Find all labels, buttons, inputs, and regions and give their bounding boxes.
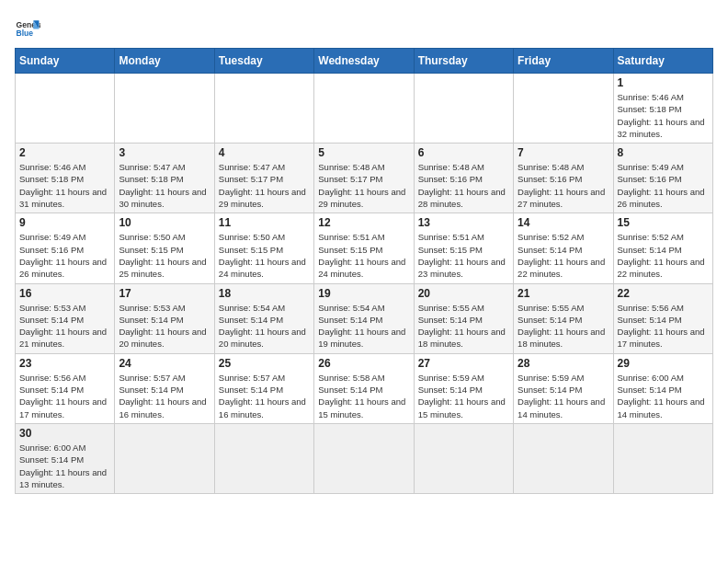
day-info: Sunrise: 5:53 AM Sunset: 5:14 PM Dayligh…: [19, 302, 110, 350]
svg-text:Blue: Blue: [17, 29, 34, 38]
day-info: Sunrise: 5:48 AM Sunset: 5:17 PM Dayligh…: [318, 161, 409, 210]
day-number: 17: [119, 287, 210, 300]
day-number: 21: [518, 287, 609, 300]
day-number: 8: [618, 146, 709, 159]
calendar-cell: 10Sunrise: 5:50 AM Sunset: 5:15 PM Dayli…: [115, 213, 214, 283]
calendar-cell: 7Sunrise: 5:48 AM Sunset: 5:16 PM Daylig…: [514, 144, 613, 213]
day-info: Sunrise: 5:55 AM Sunset: 5:14 PM Dayligh…: [518, 302, 609, 350]
day-info: Sunrise: 5:51 AM Sunset: 5:15 PM Dayligh…: [318, 231, 409, 280]
day-number: 18: [219, 287, 310, 300]
calendar-cell: 23Sunrise: 5:56 AM Sunset: 5:14 PM Dayli…: [16, 353, 115, 423]
day-info: Sunrise: 5:54 AM Sunset: 5:14 PM Dayligh…: [318, 302, 409, 350]
weekday-header-monday: Monday: [115, 49, 214, 74]
calendar-cell: 2Sunrise: 5:46 AM Sunset: 5:18 PM Daylig…: [16, 144, 115, 213]
day-number: 5: [318, 146, 409, 159]
day-number: 12: [318, 216, 409, 229]
calendar-cell: [214, 74, 313, 144]
calendar-cell: 15Sunrise: 5:52 AM Sunset: 5:14 PM Dayli…: [613, 213, 712, 283]
calendar-week-5: 30Sunrise: 6:00 AM Sunset: 5:14 PM Dayli…: [16, 423, 713, 493]
calendar-cell: [115, 423, 214, 493]
page-header: General Blue: [15, 15, 713, 40]
calendar-cell: 26Sunrise: 5:58 AM Sunset: 5:14 PM Dayli…: [314, 353, 414, 423]
calendar-cell: [214, 423, 313, 493]
day-info: Sunrise: 5:47 AM Sunset: 5:17 PM Dayligh…: [219, 161, 310, 210]
day-number: 24: [119, 357, 210, 370]
calendar-cell: [16, 74, 115, 144]
day-info: Sunrise: 5:50 AM Sunset: 5:15 PM Dayligh…: [119, 231, 210, 280]
calendar-cell: 17Sunrise: 5:53 AM Sunset: 5:14 PM Dayli…: [115, 283, 214, 353]
day-info: Sunrise: 5:48 AM Sunset: 5:16 PM Dayligh…: [418, 161, 509, 210]
calendar-cell: [414, 423, 513, 493]
calendar-cell: 11Sunrise: 5:50 AM Sunset: 5:15 PM Dayli…: [214, 213, 313, 283]
day-info: Sunrise: 5:49 AM Sunset: 5:16 PM Dayligh…: [618, 161, 709, 210]
day-number: 27: [418, 357, 509, 370]
day-number: 19: [318, 287, 409, 300]
calendar-cell: 19Sunrise: 5:54 AM Sunset: 5:14 PM Dayli…: [314, 283, 414, 353]
calendar-cell: 21Sunrise: 5:55 AM Sunset: 5:14 PM Dayli…: [514, 283, 613, 353]
day-info: Sunrise: 5:58 AM Sunset: 5:14 PM Dayligh…: [318, 372, 409, 420]
calendar-cell: 3Sunrise: 5:47 AM Sunset: 5:18 PM Daylig…: [115, 144, 214, 213]
day-info: Sunrise: 5:59 AM Sunset: 5:14 PM Dayligh…: [418, 372, 509, 420]
calendar-cell: 6Sunrise: 5:48 AM Sunset: 5:16 PM Daylig…: [414, 144, 513, 213]
day-info: Sunrise: 5:46 AM Sunset: 5:18 PM Dayligh…: [19, 161, 110, 210]
calendar-cell: [514, 423, 613, 493]
weekday-header-wednesday: Wednesday: [314, 49, 414, 74]
day-number: 20: [418, 287, 509, 300]
calendar-week-3: 16Sunrise: 5:53 AM Sunset: 5:14 PM Dayli…: [16, 283, 713, 353]
day-info: Sunrise: 5:48 AM Sunset: 5:16 PM Dayligh…: [518, 161, 609, 210]
calendar-cell: 14Sunrise: 5:52 AM Sunset: 5:14 PM Dayli…: [514, 213, 613, 283]
day-info: Sunrise: 6:00 AM Sunset: 5:14 PM Dayligh…: [618, 372, 709, 420]
day-info: Sunrise: 5:53 AM Sunset: 5:14 PM Dayligh…: [119, 302, 210, 350]
calendar-cell: 20Sunrise: 5:55 AM Sunset: 5:14 PM Dayli…: [414, 283, 513, 353]
calendar-cell: 28Sunrise: 5:59 AM Sunset: 5:14 PM Dayli…: [514, 353, 613, 423]
calendar-cell: [613, 423, 712, 493]
day-info: Sunrise: 5:59 AM Sunset: 5:14 PM Dayligh…: [518, 372, 609, 420]
calendar-header-row: SundayMondayTuesdayWednesdayThursdayFrid…: [16, 49, 713, 74]
day-number: 11: [219, 216, 310, 229]
calendar-cell: 9Sunrise: 5:49 AM Sunset: 5:16 PM Daylig…: [16, 213, 115, 283]
day-number: 9: [19, 216, 110, 229]
day-info: Sunrise: 5:56 AM Sunset: 5:14 PM Dayligh…: [618, 302, 709, 350]
calendar-week-0: 1Sunrise: 5:46 AM Sunset: 5:18 PM Daylig…: [16, 74, 713, 144]
day-number: 1: [618, 76, 709, 89]
day-info: Sunrise: 5:47 AM Sunset: 5:18 PM Dayligh…: [119, 161, 210, 210]
calendar-cell: 8Sunrise: 5:49 AM Sunset: 5:16 PM Daylig…: [613, 144, 712, 213]
day-number: 30: [19, 427, 110, 440]
logo-icon: General Blue: [15, 15, 40, 40]
day-number: 22: [618, 287, 709, 300]
calendar-table: SundayMondayTuesdayWednesdayThursdayFrid…: [15, 48, 713, 494]
calendar-cell: [414, 74, 513, 144]
day-info: Sunrise: 5:46 AM Sunset: 5:18 PM Dayligh…: [618, 91, 709, 140]
day-number: 6: [418, 146, 509, 159]
day-info: Sunrise: 5:55 AM Sunset: 5:14 PM Dayligh…: [418, 302, 509, 350]
day-number: 15: [618, 216, 709, 229]
calendar-cell: [314, 74, 414, 144]
day-info: Sunrise: 5:57 AM Sunset: 5:14 PM Dayligh…: [219, 372, 310, 420]
day-number: 10: [119, 216, 210, 229]
day-info: Sunrise: 5:56 AM Sunset: 5:14 PM Dayligh…: [19, 372, 110, 420]
calendar-cell: 24Sunrise: 5:57 AM Sunset: 5:14 PM Dayli…: [115, 353, 214, 423]
calendar-cell: [115, 74, 214, 144]
day-info: Sunrise: 5:50 AM Sunset: 5:15 PM Dayligh…: [219, 231, 310, 280]
calendar-week-2: 9Sunrise: 5:49 AM Sunset: 5:16 PM Daylig…: [16, 213, 713, 283]
calendar-cell: 29Sunrise: 6:00 AM Sunset: 5:14 PM Dayli…: [613, 353, 712, 423]
day-number: 25: [219, 357, 310, 370]
weekday-header-sunday: Sunday: [16, 49, 115, 74]
logo: General Blue: [15, 15, 40, 40]
calendar-cell: 18Sunrise: 5:54 AM Sunset: 5:14 PM Dayli…: [214, 283, 313, 353]
day-info: Sunrise: 5:57 AM Sunset: 5:14 PM Dayligh…: [119, 372, 210, 420]
calendar-cell: 25Sunrise: 5:57 AM Sunset: 5:14 PM Dayli…: [214, 353, 313, 423]
calendar-cell: 12Sunrise: 5:51 AM Sunset: 5:15 PM Dayli…: [314, 213, 414, 283]
day-info: Sunrise: 5:52 AM Sunset: 5:14 PM Dayligh…: [618, 231, 709, 280]
weekday-header-friday: Friday: [514, 49, 613, 74]
day-number: 23: [19, 357, 110, 370]
day-number: 7: [518, 146, 609, 159]
day-info: Sunrise: 6:00 AM Sunset: 5:14 PM Dayligh…: [19, 442, 110, 490]
day-info: Sunrise: 5:52 AM Sunset: 5:14 PM Dayligh…: [518, 231, 609, 280]
calendar-cell: 1Sunrise: 5:46 AM Sunset: 5:18 PM Daylig…: [613, 74, 712, 144]
day-number: 26: [318, 357, 409, 370]
calendar-cell: 22Sunrise: 5:56 AM Sunset: 5:14 PM Dayli…: [613, 283, 712, 353]
weekday-header-thursday: Thursday: [414, 49, 513, 74]
calendar-body: 1Sunrise: 5:46 AM Sunset: 5:18 PM Daylig…: [16, 74, 713, 494]
day-number: 29: [618, 357, 709, 370]
